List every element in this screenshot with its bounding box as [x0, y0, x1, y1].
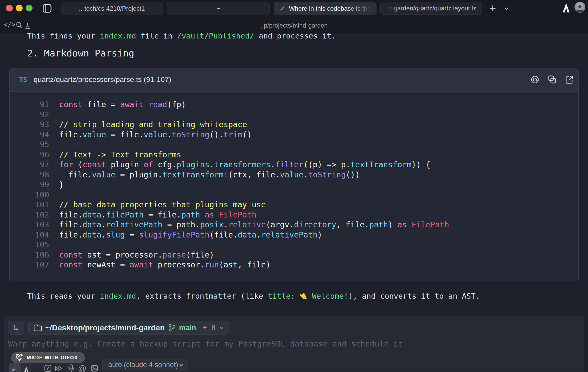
tab-quartz-layout[interactable]: d-garden/quartz/quartz.layout.ts [380, 2, 482, 15]
fox-icon [15, 353, 24, 362]
code-line: 98 file.value = plugin.textTransform!(ct… [10, 170, 578, 180]
line-number: 96 [10, 150, 49, 160]
code-line: 105 [10, 240, 578, 250]
text [295, 292, 299, 300]
line-code: const newAst = await processor.run(ast, … [59, 260, 271, 270]
text: file in [136, 31, 177, 40]
code-line: 97for (const plugin of cfg.plugins.trans… [10, 160, 578, 170]
code-line: 99} [10, 180, 578, 190]
code-line: 91const file = await read(fp) [10, 100, 578, 110]
line-code: for (const plugin of cfg.plugins.transfo… [59, 160, 430, 170]
command-input[interactable]: Warp anything e.g. Create a backup scrip… [8, 339, 403, 348]
titlebar: ..-tech/cs-4210/Project1 ~ ✓ Where in th… [0, 0, 588, 33]
ai-outro-text: This reads your index.md, extracts front… [27, 291, 480, 301]
line-number: 93 [10, 120, 49, 130]
cwd-chip[interactable]: ~/Desktop/projects/mind-garden [28, 321, 170, 335]
slash-command-icon[interactable] [43, 364, 53, 372]
line-code: // Text -> Text transforms [59, 150, 181, 160]
code-line: 103file.data.relativePath = path.posix.r… [10, 220, 578, 230]
git-branch-icon [168, 324, 176, 332]
image-attach-icon[interactable] [90, 364, 99, 372]
chevron-down-icon [219, 325, 225, 331]
new-tab-button[interactable]: + [487, 3, 498, 14]
terminal-prompt-icon: >_ [11, 366, 18, 372]
wave-hand-icon [300, 292, 308, 300]
line-number: 101 [10, 200, 49, 210]
model-label: auto (claude 4 sonnet) [108, 361, 178, 369]
tab-codebase-question[interactable]: ✓ Where in this codebase is the [274, 2, 376, 15]
code-block-header: TS quartz/quartz/processors/parse.ts (91… [10, 68, 578, 92]
typescript-badge: TS [19, 76, 27, 84]
zoom-button[interactable] [26, 5, 33, 11]
tab-label: ~ [216, 5, 220, 12]
gifox-badge-text: MADE WITH GIFOX [27, 355, 78, 361]
divider [199, 324, 199, 332]
model-selector[interactable]: auto (claude 4 sonnet) [102, 359, 188, 371]
tab-label: ..-tech/cs-4210/Project1 [79, 5, 145, 12]
agent-mode-segment[interactable] [21, 363, 32, 372]
warp-window: This finds your index.md file in /vault/… [0, 0, 588, 372]
line-code: const file = await read(fp) [59, 100, 186, 110]
line-code: file.data.relativePath = path.posix.rela… [59, 220, 449, 230]
prompt-arrow-icon: ↳ [14, 323, 18, 333]
open-external-icon[interactable] [564, 75, 574, 85]
code-line: 101// base data properties that plugins … [10, 200, 578, 210]
line-number: 99 [10, 180, 49, 190]
text: ), and converts it to an AST. [348, 292, 480, 300]
line-number: 106 [10, 250, 49, 260]
sidebar-toggle-icon[interactable] [42, 4, 53, 13]
terminal-input-panel[interactable]: ↳ ~/Desktop/projects/mind-garden main ± … [4, 316, 584, 372]
copy-icon[interactable] [547, 75, 557, 85]
input-mode-toggle[interactable]: >_ [9, 363, 32, 372]
line-number: 103 [10, 220, 49, 230]
check-icon: ✓ [280, 5, 285, 13]
close-button[interactable] [6, 5, 13, 11]
gifox-badge: MADE WITH GIFOX [11, 352, 85, 363]
text [308, 292, 312, 300]
divider [100, 364, 100, 372]
git-chip[interactable]: main ± 0 [164, 321, 229, 335]
avatar[interactable] [574, 2, 585, 13]
text: , extracts frontmatter (like [136, 292, 268, 300]
terminal-mode-segment[interactable]: >_ [9, 363, 21, 372]
inline-code: /vault/Published/ [177, 31, 254, 40]
tab-home[interactable]: ~ [167, 2, 270, 15]
warp-agent-icon [23, 366, 29, 372]
tab-fade [348, 2, 376, 15]
text: and processes it. [254, 31, 336, 40]
tab-fade [381, 2, 404, 14]
line-number: 102 [10, 210, 49, 220]
git-branch-name: main [179, 324, 196, 332]
line-number: 94 [10, 130, 49, 140]
code-line: 93// strip leading and trailing whitespa… [10, 120, 578, 130]
prompt-arrow-chip[interactable]: ↳ [8, 321, 24, 335]
code-line: 102file.data.filePath = file.path as Fil… [10, 210, 578, 220]
inline-code: index.md [100, 292, 136, 300]
code-line: 95 [10, 140, 578, 150]
line-code: // strip leading and trailing whitespace [59, 120, 247, 130]
divider [36, 364, 36, 372]
tab-project1[interactable]: ..-tech/cs-4210/Project1 [61, 2, 163, 15]
mention-icon[interactable]: @ [78, 364, 87, 372]
tab-list-chevron-icon[interactable] [503, 5, 510, 12]
code-line: 104file.data.slug = slugifyFilePath(file… [10, 230, 578, 240]
line-code: file.data.filePath = file.path as FilePa… [59, 210, 257, 220]
code-line: 92 [10, 110, 578, 120]
code-lines: 91const file = await read(fp)9293// stri… [10, 100, 578, 270]
text: This reads your [27, 292, 100, 300]
mention-icon[interactable] [530, 75, 540, 85]
text: This finds your [27, 31, 100, 40]
line-number: 100 [10, 190, 49, 200]
line-number: 91 [10, 100, 49, 110]
code-line: 94file.value = file.value.toString().tri… [10, 130, 578, 140]
code-file-title: quartz/quartz/processors/parse.ts (91-10… [34, 75, 171, 84]
folder-icon [33, 324, 42, 332]
minimize-button[interactable] [16, 5, 23, 11]
microphone-icon[interactable] [67, 364, 76, 372]
line-number: 104 [10, 230, 49, 240]
line-code: } [59, 180, 64, 190]
line-code: file.data.slug = slugifyFilePath(file.da… [59, 230, 322, 240]
fast-forward-icon[interactable] [54, 364, 63, 372]
line-code: // base data properties that plugins may… [59, 200, 266, 210]
inline-code: title: [268, 292, 295, 300]
